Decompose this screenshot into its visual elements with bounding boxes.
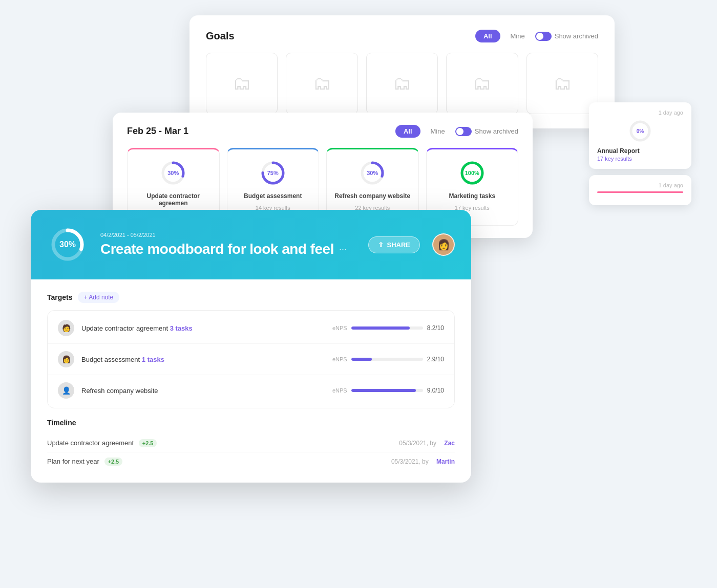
metric-bar-bg-0 [351,326,423,330]
folder-card[interactable]: 🗂 [366,53,438,114]
card-pct-0: 30% [167,170,179,176]
timeline-section: Timeline Update contractor agreement +2.… [47,419,455,470]
target-name-2: Refresh company website [81,387,158,395]
timeline-badge-0: +2.5 [139,439,157,447]
folder-icon: 🗂 [313,73,331,94]
share-label: SHARE [387,241,410,249]
target-name-1: Budget assessment [81,356,142,363]
weekly-all-button[interactable]: All [395,125,420,138]
timeline-date-0: 05/3/2021, by [399,440,438,447]
more-options-icon[interactable]: ··· [339,244,347,255]
folder-icon: 🗂 [393,73,411,94]
side-card-title-1: Annual Report [597,147,683,155]
weekly-filter: All Mine Show archived [395,125,518,138]
target-link-1[interactable]: 1 tasks [142,356,164,363]
detail-body: Targets + Add note 🧑 Update contractor a… [31,279,471,483]
metric-bar-bg-2 [351,389,423,392]
metric-label-1: eNPS [332,356,347,362]
card-pct-3: 100% [465,170,479,176]
date-range: Feb 25 - Mar 1 [127,126,188,137]
goals-filter: All Mine Show archived [475,30,598,42]
metric-bar-fill-2 [351,389,416,392]
timeline-badge-1: +2.5 [104,458,123,466]
target-info-0: Update contractor agreement 3 tasks [81,324,325,332]
timeline-author-0: Zac [444,440,455,447]
card-pct-2: 30% [367,170,378,176]
detail-title-block: 04/2/2021 - 05/2/2021 Create moodboard f… [100,232,356,257]
mine-button[interactable]: Mine [504,30,531,42]
table-row: 👤 Refresh company website eNPS 9.0/10 [48,375,454,406]
metric-value-0: 8.2/10 [427,324,444,332]
share-button[interactable]: ⇧ SHARE [368,236,420,253]
card-pct-1: 75% [267,170,279,176]
show-archived-label: Show archived [555,32,598,40]
timeline-text-0: Update contractor agreement [47,439,134,447]
metric-value-1: 2.9/10 [427,356,444,363]
metric-label-0: eNPS [332,325,347,331]
side-bar-2 [597,191,683,193]
metric-bar-bg-1 [351,358,423,361]
detail-donut: 30% [47,224,88,265]
target-metric-1: eNPS 2.9/10 [332,356,444,363]
detail-title: Create moodboard for look and feel [100,241,334,257]
target-metric-2: eNPS 9.0/10 [332,387,444,394]
card-title-1: Budget assessment [244,192,302,200]
list-item: Plan for next year +2.5 05/3/2021, by Ma… [47,452,455,470]
folder-icon: 🗂 [233,73,251,94]
target-info-1: Budget assessment 1 tasks [81,356,325,363]
timeline-label: Timeline [47,419,455,427]
weekly-show-archived-label: Show archived [475,127,518,135]
side-pct-1: 0% [637,128,644,134]
table-row: 👩 Budget assessment 1 tasks eNPS 2.9/10 [48,344,454,375]
folder-card[interactable]: 🗂 [446,53,518,114]
targets-label: Targets [47,293,73,301]
side-card-sub-1: 17 key results [597,156,683,162]
goals-title: Goals [206,30,235,42]
targets-card: 🧑 Update contractor agreement 3 tasks eN… [47,310,455,408]
side-card-1: 1 day ago 0% Annual Report 17 key result… [589,102,691,169]
timeline-author-1: Martin [436,458,455,465]
target-info-2: Refresh company website [81,387,325,395]
detail-header: 30% 04/2/2021 - 05/2/2021 Create moodboa… [31,210,471,279]
archived-toggle[interactable] [535,32,552,41]
side-panel: 1 day ago 0% Annual Report 17 key result… [589,102,691,205]
metric-label-2: eNPS [332,387,347,394]
folder-card[interactable]: 🗂 [206,53,278,114]
folder-icon: 🗂 [473,73,491,94]
weekly-archived-toggle[interactable] [455,127,472,136]
metric-bar-fill-0 [351,326,410,330]
folder-card[interactable]: 🗂 [526,53,598,114]
card-title-0: Update contractor agreemen [134,192,213,207]
avatar: 👩 [432,233,455,256]
list-item: Update contractor agreement +2.5 05/3/20… [47,434,455,452]
folder-card[interactable]: 🗂 [286,53,357,114]
target-name-0: Update contractor agreement [81,324,170,332]
side-card-2: 1 day ago [589,175,691,205]
card-title-3: Marketing tasks [449,192,495,200]
detail-panel: 30% 04/2/2021 - 05/2/2021 Create moodboa… [31,210,471,483]
timeline-name-1: Plan for next year +2.5 [47,458,385,465]
folder-icon: 🗂 [553,73,572,94]
target-avatar-0: 🧑 [58,320,74,336]
weekly-mine-button[interactable]: Mine [425,125,451,138]
detail-dates: 04/2/2021 - 05/2/2021 [100,232,356,238]
timeline-date-1: 05/3/2021, by [391,458,430,465]
table-row: 🧑 Update contractor agreement 3 tasks eN… [48,313,454,344]
side-card-ago-2: 1 day ago [597,182,683,188]
timeline-name-0: Update contractor agreement +2.5 [47,439,393,447]
target-metric-0: eNPS 8.2/10 [332,324,444,332]
metric-bar-fill-1 [351,358,372,361]
detail-pct: 30% [59,240,76,249]
goals-panel: Goals All Mine Show archived 🗂 🗂 🗂 🗂 🗂 [189,15,615,128]
target-avatar-1: 👩 [58,351,74,367]
folders-row: 🗂 🗂 🗂 🗂 🗂 [206,53,598,114]
target-avatar-2: 👤 [58,382,74,399]
timeline-text-1: Plan for next year [47,458,99,465]
all-button[interactable]: All [475,30,500,42]
add-note-button[interactable]: + Add note [78,292,120,303]
metric-value-2: 9.0/10 [427,387,444,394]
share-icon: ⇧ [378,241,384,249]
target-link-0[interactable]: 3 tasks [170,324,193,332]
card-title-2: Refresh company website [334,192,410,200]
side-card-ago: 1 day ago [597,110,683,116]
